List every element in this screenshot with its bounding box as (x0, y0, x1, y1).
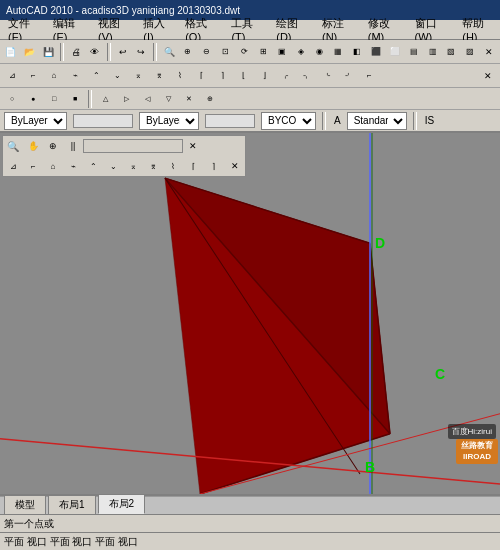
label-D-text: D (375, 235, 385, 251)
undo-btn[interactable]: ↩ (114, 42, 132, 62)
draw-btn13[interactable]: ⌋ (254, 66, 274, 86)
zoom-btn2[interactable]: ⊕ (179, 42, 197, 62)
new-btn[interactable]: 📄 (2, 42, 20, 62)
prompt-bar: 平面 视口 平面 视口 平面 视口 (0, 532, 500, 550)
zoom-btn4[interactable]: ⊡ (217, 42, 235, 62)
btn9[interactable]: ◉ (311, 42, 329, 62)
draw-btn15[interactable]: ⌍ (296, 66, 316, 86)
snap-btn10[interactable]: ⊕ (200, 89, 220, 109)
snap-btn6[interactable]: ▷ (116, 89, 136, 109)
toolbars: 📄 📂 💾 🖨 👁 ↩ ↪ 🔍 ⊕ ⊖ ⊡ ⟳ ⊞ ▣ ◈ ◉ ▦ ◧ ⬛ ⬜ … (0, 40, 500, 133)
open-btn[interactable]: 📂 (21, 42, 39, 62)
lineweight-combo[interactable]: BYCOLOR (261, 112, 316, 130)
btn17[interactable]: ▨ (461, 42, 479, 62)
ft-magnify[interactable]: ⌉ (203, 157, 223, 175)
draw-btn1[interactable]: ⊿ (2, 66, 22, 86)
btn11[interactable]: ◧ (348, 42, 366, 62)
style-combo[interactable]: Standard (347, 112, 407, 130)
ft-r5[interactable]: ⌃ (83, 157, 103, 175)
properties-bar: ByLayer ByLayer BYCOLOR A Standard IS (0, 110, 500, 132)
linetype-combo[interactable]: ByLayer (139, 112, 199, 130)
layer-combo[interactable]: ByLayer (4, 112, 67, 130)
ft-row2: ⊿ ⌐ ⌂ ⌁ ⌃ ⌄ ⌅ ⌆ ⌇ ⌈ ⌉ ✕ (3, 156, 245, 176)
btn7[interactable]: ▣ (273, 42, 291, 62)
bottom-area: 模型 布局1 布局2 第一个点或 平面 视口 平面 视口 平面 视口 (0, 494, 500, 550)
draw-btn5[interactable]: ⌃ (86, 66, 106, 86)
snap-btn3[interactable]: □ (44, 89, 64, 109)
redo-btn[interactable]: ↪ (133, 42, 151, 62)
ft-r10[interactable]: ⌈ (183, 157, 203, 175)
tab-layout1[interactable]: 布局1 (48, 495, 96, 514)
zoom-btn3[interactable]: ⊖ (198, 42, 216, 62)
snap-btn5[interactable]: △ (95, 89, 115, 109)
snap-btn1[interactable]: ○ (2, 89, 22, 109)
btn13[interactable]: ⬜ (386, 42, 404, 62)
draw-btn18[interactable]: ⌐ (359, 66, 379, 86)
draw-btn2[interactable]: ⌐ (23, 66, 43, 86)
draw-btn12[interactable]: ⌊ (233, 66, 253, 86)
btn10[interactable]: ▦ (330, 42, 348, 62)
title-text: AutoCAD 2010 - acadiso3D yaniqiang 20130… (6, 5, 240, 16)
floating-toolbar: 🔍 ✋ ⊕ || ✕ ⊿ ⌐ ⌂ ⌁ ⌃ ⌄ ⌅ ⌆ ⌇ ⌈ ⌉ ✕ (2, 135, 246, 177)
zoom-btn5[interactable]: ⟳ (235, 42, 253, 62)
sep1 (60, 43, 64, 61)
save-btn[interactable]: 💾 (40, 42, 58, 62)
btn16[interactable]: ▧ (443, 42, 461, 62)
ft-hand[interactable]: ✋ (23, 137, 43, 155)
closeX2[interactable]: ✕ (478, 66, 498, 86)
tab-layout2[interactable]: 布局2 (98, 494, 146, 514)
draw-btn14[interactable]: ⌌ (275, 66, 295, 86)
tabs-row: 模型 布局1 布局2 (0, 496, 500, 514)
draw-btn6[interactable]: ⌄ (107, 66, 127, 86)
draw-btn7[interactable]: ⌅ (128, 66, 148, 86)
btn14[interactable]: ▤ (405, 42, 423, 62)
logo-area: 丝路教育IIROAD (456, 439, 498, 464)
ft-r4[interactable]: ⌁ (63, 157, 83, 175)
ft-crosshair[interactable]: ⊕ (43, 137, 63, 155)
draw-btn9[interactable]: ⌇ (170, 66, 190, 86)
zoom-pan-btn[interactable]: 🔍 (160, 42, 178, 62)
tab-model[interactable]: 模型 (4, 495, 46, 514)
menu-bar: 文件(F) 编辑(E) 视图(V) 插入(I) 格式(O) 工具(T) 绘图(D… (0, 20, 500, 40)
draw-btn3[interactable]: ⌂ (44, 66, 64, 86)
snap-btn4[interactable]: ■ (65, 89, 85, 109)
toolbar-row-1: 📄 📂 💾 🖨 👁 ↩ ↪ 🔍 ⊕ ⊖ ⊡ ⟳ ⊞ ▣ ◈ ◉ ▦ ◧ ⬛ ⬜ … (0, 40, 500, 64)
ft-r6[interactable]: ⌄ (103, 157, 123, 175)
ft-btn3[interactable]: || (63, 137, 83, 155)
preview-btn[interactable]: 👁 (86, 42, 104, 62)
ft-input[interactable] (83, 139, 183, 153)
draw-btn4[interactable]: ⌁ (65, 66, 85, 86)
sep2 (107, 43, 111, 61)
ft-r3[interactable]: ⌂ (43, 157, 63, 175)
snap-btn2[interactable]: ● (23, 89, 43, 109)
ft-r2[interactable]: ⌐ (23, 157, 43, 175)
ft-close[interactable]: ✕ (183, 137, 203, 155)
draw-btn17[interactable]: ⌏ (338, 66, 358, 86)
btn12[interactable]: ⬛ (367, 42, 385, 62)
btn8[interactable]: ◈ (292, 42, 310, 62)
draw-btn8[interactable]: ⌆ (149, 66, 169, 86)
ft-r1[interactable]: ⊿ (3, 157, 23, 175)
snap-btn7[interactable]: ◁ (137, 89, 157, 109)
print-btn[interactable]: 🖨 (67, 42, 85, 62)
draw-btn10[interactable]: ⌈ (191, 66, 211, 86)
ft-r9[interactable]: ⌇ (163, 157, 183, 175)
sep4 (88, 90, 92, 108)
ft-r8[interactable]: ⌆ (143, 157, 163, 175)
ft-closeX[interactable]: ✕ (225, 157, 245, 175)
color-box (205, 114, 255, 128)
ft-r7[interactable]: ⌅ (123, 157, 143, 175)
status-text: 第一个点或 (4, 517, 54, 531)
sep6 (413, 112, 417, 130)
btn6[interactable]: ⊞ (254, 42, 272, 62)
snap-btn8[interactable]: ▽ (158, 89, 178, 109)
draw-btn11[interactable]: ⌉ (212, 66, 232, 86)
drawing-canvas[interactable]: A D C B (0, 133, 500, 494)
draw-btn16[interactable]: ⌎ (317, 66, 337, 86)
ft-search[interactable]: 🔍 (3, 137, 23, 155)
drawing-container[interactable]: 🔍 ✋ ⊕ || ✕ ⊿ ⌐ ⌂ ⌁ ⌃ ⌄ ⌅ ⌆ ⌇ ⌈ ⌉ ✕ (0, 133, 500, 494)
closeX[interactable]: ✕ (480, 42, 498, 62)
btn15[interactable]: ▥ (424, 42, 442, 62)
bottom-status: 平面 视口 平面 视口 平面 视口 (4, 535, 138, 549)
snap-btn9[interactable]: ✕ (179, 89, 199, 109)
